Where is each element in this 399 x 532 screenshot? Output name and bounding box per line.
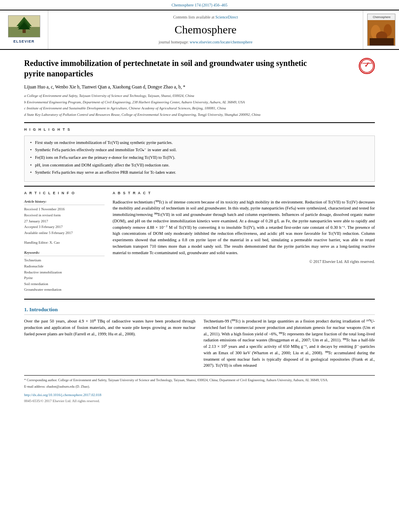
journal-citation: Chemosphere 174 (2017) 456–465 bbox=[171, 3, 227, 7]
journal-cover-image: Chemosphere bbox=[367, 14, 395, 46]
handling-editor: Handling Editor: X. Cao bbox=[24, 240, 105, 245]
intro-col1-text: Over the past 50 years, about 4.9 × 10⁶ … bbox=[24, 318, 195, 337]
abstract-heading: A B S T R A C T bbox=[113, 191, 375, 196]
article-title: Reductive immobilization of pertechnetat… bbox=[24, 58, 353, 79]
divider-1 bbox=[24, 122, 375, 123]
revised-date: 27 January 2017 bbox=[24, 219, 105, 224]
main-content: Reductive immobilization of pertechnetat… bbox=[0, 50, 399, 411]
crossmark-icon: CrossMark ✓ bbox=[359, 58, 375, 74]
keyword-6: Groundwater remediation bbox=[24, 287, 105, 292]
keywords-section: Keywords: Technetium Radionuclide Reduct… bbox=[24, 250, 105, 292]
journal-homepage: journal homepage: www.elsevier.com/locat… bbox=[158, 39, 252, 45]
article-info-heading: A R T I C L E I N F O bbox=[24, 191, 105, 196]
received-date: Received 1 November 2016 bbox=[24, 207, 105, 212]
elsevier-logo-section: ELSEVIER bbox=[0, 10, 48, 49]
intro-col-left: Over the past 50 years, about 4.9 × 10⁶ … bbox=[24, 318, 195, 371]
highlight-4: pH, iron concentration and DOM significa… bbox=[30, 162, 369, 168]
article-history: Article history: Received 1 November 201… bbox=[24, 199, 105, 236]
accepted-date: Accepted 3 February 2017 bbox=[24, 224, 105, 230]
elsevier-logo: ELSEVIER bbox=[8, 15, 40, 44]
keyword-5: Soil remediation bbox=[24, 281, 105, 287]
article-history-label: Article history: bbox=[24, 199, 105, 205]
highlight-2: Synthetic FeS₂ particles effectively red… bbox=[30, 147, 369, 153]
intro-col-right: Technetium-99 (⁹⁹Tc) is produced in larg… bbox=[204, 318, 375, 371]
journal-homepage-link[interactable]: www.elsevier.com/locate/chemosphere bbox=[190, 40, 253, 44]
page: Chemosphere 174 (2017) 456–465 bbox=[0, 0, 399, 532]
corresponding-author-note: * Corresponding author. College of Envir… bbox=[24, 378, 375, 383]
journal-cover: Chemosphere bbox=[363, 10, 399, 49]
affiliation-c: c Institute of Environment and Sustainab… bbox=[24, 106, 375, 111]
journal-header: ELSEVIER Contents lists available at Sci… bbox=[0, 10, 399, 50]
copyright-notice: © 2017 Elsevier Ltd. All rights reserved… bbox=[113, 259, 375, 265]
authors-line: Lijuan Huo a, c, Wenbo Xie b, Tianwei Qi… bbox=[24, 84, 375, 90]
highlights-box: First study on reductive immobilization … bbox=[24, 136, 375, 182]
highlight-1: First study on reductive immobilization … bbox=[30, 140, 369, 146]
intro-col2-text: Technetium-99 (⁹⁹Tc) is produced in larg… bbox=[204, 318, 375, 369]
introduction-section: 1. Introduction Over the past 50 years, … bbox=[24, 306, 375, 371]
affiliation-b: b Environmental Engineering Program, Dep… bbox=[24, 100, 375, 105]
sciencedirect-link[interactable]: ScienceDirect bbox=[215, 15, 238, 19]
elsevier-tree-svg bbox=[8, 15, 40, 37]
svg-rect-13 bbox=[370, 38, 394, 45]
divider-2 bbox=[24, 186, 375, 187]
introduction-body: Over the past 50 years, about 4.9 × 10⁶ … bbox=[24, 318, 375, 371]
crossmark-badge: CrossMark ✓ bbox=[359, 58, 375, 74]
keyword-2: Radionuclide bbox=[24, 264, 105, 269]
available-online: Available online 5 February 2017 bbox=[24, 230, 105, 236]
abstract-column: A B S T R A C T Radioactive technetium (… bbox=[113, 191, 375, 293]
highlight-5: Synthetic FeS₂ particles may serve as an… bbox=[30, 170, 369, 176]
introduction-heading: 1. Introduction bbox=[24, 306, 375, 315]
abstract-text: Radioactive technetium (⁹⁹Tc) is of inte… bbox=[113, 199, 375, 256]
divider-3 bbox=[24, 299, 375, 300]
article-info-column: A R T I C L E I N F O Article history: R… bbox=[24, 191, 105, 293]
elsevier-logo-image bbox=[8, 15, 40, 37]
keyword-4: Pyrite bbox=[24, 275, 105, 281]
info-abstract-section: A R T I C L E I N F O Article history: R… bbox=[24, 191, 375, 293]
received-revised-label: Received in revised form bbox=[24, 213, 105, 218]
footnotes: * Corresponding author. College of Envir… bbox=[24, 375, 375, 403]
keywords-label: Keywords: bbox=[24, 250, 105, 257]
affiliation-a: a College of Environment and Safety, Tai… bbox=[24, 93, 375, 99]
svg-text:Chemosphere: Chemosphere bbox=[373, 16, 391, 19]
journal-name: Chemosphere bbox=[175, 22, 237, 37]
affiliations: a College of Environment and Safety, Tai… bbox=[24, 93, 375, 117]
crossmark-svg: CrossMark ✓ bbox=[360, 59, 374, 73]
highlights-heading: H I G H L I G H T S bbox=[24, 127, 375, 132]
elsevier-label: ELSEVIER bbox=[13, 39, 35, 44]
keyword-3: Reductive immobilization bbox=[24, 270, 105, 275]
handling-editor-section: Handling Editor: X. Cao bbox=[24, 240, 105, 245]
footer-copyright: 0045-6535/© 2017 Elsevier Ltd. All right… bbox=[24, 398, 375, 404]
email-label: E-mail address: bbox=[24, 384, 45, 388]
cover-svg: Chemosphere bbox=[368, 14, 395, 46]
top-citation-bar: Chemosphere 174 (2017) 456–465 bbox=[0, 0, 399, 10]
svg-text:✓: ✓ bbox=[364, 62, 369, 68]
affiliation-d: d State Key Laboratory of Pollution Cont… bbox=[24, 112, 375, 118]
doi-link[interactable]: http://dx.doi.org/10.1016/j.chemosphere.… bbox=[24, 392, 375, 398]
keyword-1: Technetium bbox=[24, 258, 105, 263]
contents-line: Contents lists available at ScienceDirec… bbox=[173, 14, 238, 20]
email-note: E-mail address: zhadon@auburn.edu (D. Zh… bbox=[24, 384, 375, 389]
journal-center-header: Contents lists available at ScienceDirec… bbox=[48, 10, 363, 49]
email-address: zhadon@auburn.edu (D. Zhao). bbox=[46, 384, 90, 388]
highlight-3: Fe(II) ions on FeS₂ surface are the prim… bbox=[30, 155, 369, 161]
